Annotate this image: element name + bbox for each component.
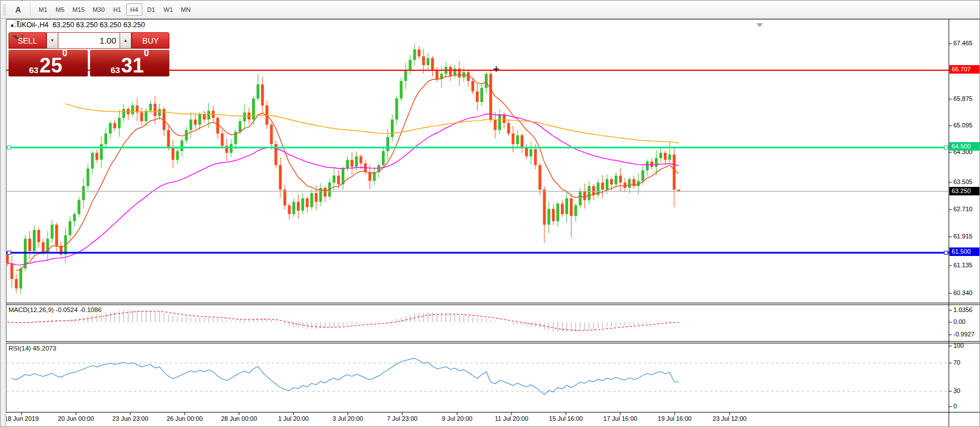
price-axis-tick: 61.915 [953, 233, 973, 240]
line-anchor-handle [7, 146, 11, 150]
timeframe-button-w1[interactable]: W1 [160, 3, 177, 16]
line-anchor-handle [944, 146, 948, 150]
text-tool-icon[interactable]: A [11, 3, 25, 16]
time-axis-label: 15 Jul 16:00 [549, 415, 583, 422]
price-axis-badge: 61.500 [949, 247, 980, 256]
macd-histogram [7, 310, 679, 332]
price-axis-badge: 64.500 [949, 142, 980, 151]
macd-axis-tick: -0.9927 [953, 331, 974, 338]
line-anchor-handle [944, 251, 948, 254]
toolbar-grip[interactable] [3, 4, 6, 15]
chart-title-row: ▲ UKOil-,H4 63.250 63.250 63.250 63.250 [10, 21, 145, 29]
time-axis-label: 23 Jul 12:00 [713, 415, 747, 422]
sell-price-tile[interactable]: 63 25 0 [8, 50, 88, 76]
macd-axis-tick: 1.0356 [953, 306, 973, 313]
time-axis-label: 3 Jul 20:00 [333, 415, 363, 422]
time-axis-label: 18 Jun 2019 [5, 415, 39, 422]
volume-increase-button[interactable]: ▲ [120, 32, 131, 49]
chart-shift-marker [756, 23, 763, 27]
timeframe-button-h4[interactable]: H4 [126, 3, 142, 16]
rsi-axis-tick: 70 [953, 359, 960, 366]
time-axis-label: 26 Jun 00:00 [167, 415, 203, 422]
toolbar: EFAT◥◣▼ M1M5M15M30H1H4D1W1MN [1, 1, 980, 19]
line-anchor-handle [7, 251, 11, 254]
rsi-axis-tick: 30 [953, 387, 960, 394]
rsi-value: 45.2073 [33, 345, 57, 352]
timeframe-button-m30[interactable]: M30 [89, 3, 108, 16]
timeframe-button-d1[interactable]: D1 [143, 3, 159, 16]
rsi-indicator-label: RSI(14) 45.2073 [8, 345, 56, 352]
price-axis-tick: 65.875 [953, 95, 973, 102]
sell-price-prefix: 63 [29, 66, 39, 74]
arrow-objects-tool-icon[interactable]: ◥◣▼ [11, 30, 25, 44]
price-axis-tick: 63.505 [953, 178, 973, 185]
macd-axis-tick: 0.00 [953, 318, 965, 325]
buy-button[interactable]: BUY [131, 32, 169, 49]
buy-price-tile[interactable]: 63 31 0 [90, 50, 169, 76]
buy-price-big: 31 [121, 57, 144, 74]
price-axis-tick: 61.135 [953, 262, 973, 268]
moving-average-line [16, 75, 679, 270]
macd-indicator-label: MACD(12,26,9) -0.0524 -0.1086 [8, 306, 101, 313]
rsi-line [12, 358, 679, 395]
text-label-tool-icon[interactable]: T [11, 16, 25, 30]
price-axis-badge: 63.250 [949, 187, 980, 195]
time-axis-label: 28 Jun 00:00 [221, 415, 257, 422]
one-click-trading-panel: SELL ▼ ▲ BUY 63 25 0 63 31 0 [8, 32, 169, 76]
timeframe-button-m1[interactable]: M1 [35, 3, 51, 16]
timeframe-toolbar: M1M5M15M30H1H4D1W1MN [35, 3, 194, 16]
volume-input[interactable] [58, 32, 120, 49]
time-axis-label: 17 Jul 16:00 [603, 415, 637, 422]
moving-average-line [66, 104, 679, 143]
rsi-axis-tick: 0 [953, 403, 957, 409]
line-studies-toolbar: EFAT◥◣▼ [10, 0, 27, 44]
macd-signal-line [7, 311, 679, 331]
timeframe-button-mn[interactable]: MN [177, 3, 194, 16]
time-axis-label: 9 Jul 20:00 [442, 415, 472, 422]
left-edge-strip [1, 18, 6, 427]
fibonacci-tool-icon[interactable]: F [11, 0, 25, 3]
price-axis-tick: 60.340 [953, 289, 973, 296]
buy-price-sup: 0 [144, 49, 149, 57]
rsi-axis-tick: 100 [953, 342, 964, 349]
price-axis-tick: 65.095 [953, 122, 973, 129]
price-axis-tick: 67.465 [953, 40, 973, 46]
price-axis-badge: 66.707 [949, 65, 980, 74]
timeframe-button-m5[interactable]: M5 [52, 3, 68, 16]
timeframe-button-h1[interactable]: H1 [109, 3, 125, 16]
time-axis-label: 7 Jul 23:00 [387, 415, 417, 422]
sell-price-sup: 0 [62, 49, 67, 57]
sell-price-big: 25 [40, 57, 62, 74]
macd-values: -0.0524 -0.1086 [56, 306, 101, 313]
toolbar-separator [30, 3, 31, 16]
volume-decrease-button[interactable]: ▼ [46, 32, 58, 49]
buy-price-prefix: 63 [110, 66, 120, 74]
time-axis-label: 1 Jul 20:00 [278, 415, 309, 422]
ohlc-quote-label: 63.250 63.250 63.250 63.250 [53, 21, 145, 29]
timeframe-button-m15[interactable]: M15 [69, 3, 88, 16]
time-axis-label: 20 Jun 00:00 [58, 415, 94, 422]
trading-platform-window: EFAT◥◣▼ M1M5M15M30H1H4D1W1MN ▲ UKOil-,H4… [0, 0, 980, 427]
time-axis-label: 11 Jul 20:00 [495, 415, 528, 422]
time-axis-label: 23 Jun 23:00 [112, 415, 148, 422]
time-axis-label: 19 Jul 16:00 [658, 415, 692, 422]
price-axis-tick: 62.710 [953, 206, 973, 212]
